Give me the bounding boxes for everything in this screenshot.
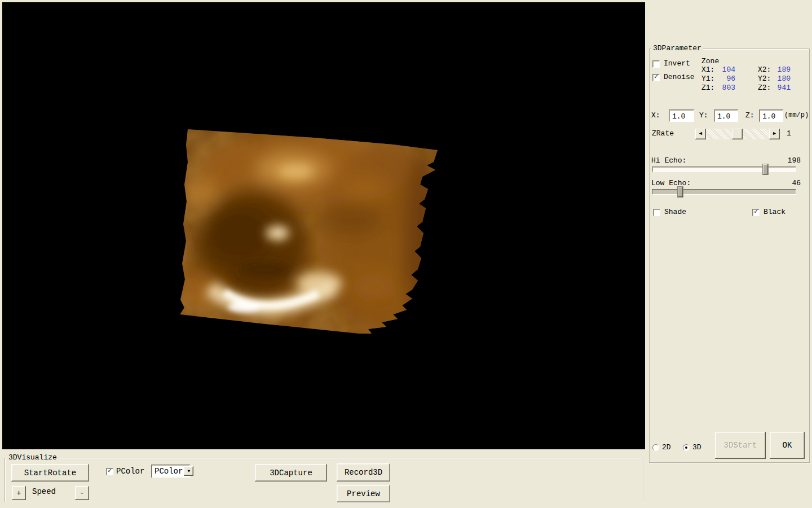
y-scale-label: Y:: [699, 112, 708, 120]
zrate-label: ZRate: [652, 130, 674, 138]
zrate-track[interactable]: [706, 129, 769, 139]
start3d-button[interactable]: 3DStart: [715, 432, 766, 459]
low-echo-label: Low Echo:: [651, 179, 691, 187]
radio-3d-label: 3D: [692, 444, 701, 452]
ultrasound-render: [2, 2, 645, 449]
zone-y1-value: 96: [715, 75, 735, 83]
black-label: Black: [764, 208, 785, 216]
arrow-right-icon: ►: [773, 131, 776, 137]
checkmark-icon: ✓: [654, 73, 658, 81]
zone-z1-label: Z1:: [701, 84, 714, 92]
denoise-label: Denoise: [664, 73, 695, 81]
zone-x1-label: X1:: [701, 66, 714, 74]
chevron-down-icon: ▼: [188, 468, 191, 474]
render-viewport[interactable]: [2, 2, 645, 449]
pcolor-combobox-value: PColor: [151, 467, 184, 476]
zone-x2-value: 189: [770, 66, 791, 74]
y-scale-input[interactable]: [714, 110, 738, 122]
low-echo-slider[interactable]: [652, 189, 796, 195]
radio-2d-label: 2D: [662, 444, 671, 452]
black-checkbox[interactable]: ✓: [752, 209, 760, 216]
hi-echo-label: Hi Echo:: [651, 157, 686, 165]
x-scale-label: X:: [651, 112, 660, 120]
zone-y1-label: Y1:: [701, 75, 714, 83]
invert-label: Invert: [664, 60, 690, 68]
pcolor-dropdown-button[interactable]: ▼: [184, 466, 193, 476]
zrate-left-arrow-button[interactable]: ◄: [695, 129, 706, 139]
low-echo-value: 46: [778, 179, 801, 187]
zrate-scrollbar: ◄ ►: [695, 129, 780, 139]
record-3d-button[interactable]: Record3D: [337, 463, 390, 481]
scale-unit-label: (mm/p): [784, 111, 809, 119]
hi-echo-slider-thumb[interactable]: [762, 164, 769, 175]
zone-z1-value: 803: [715, 84, 735, 92]
zone-x2-label: X2:: [758, 66, 771, 74]
ok-button[interactable]: OK: [770, 432, 805, 459]
zone-x1-value: 104: [715, 66, 735, 74]
zone-z2-label: Z2:: [758, 84, 771, 92]
pcolor-label: PColor: [116, 467, 144, 475]
shade-checkbox[interactable]: ✓: [653, 209, 660, 216]
capture-3d-button[interactable]: 3DCapture: [255, 464, 327, 481]
zone-title: Zone: [701, 58, 719, 65]
denoise-checkbox[interactable]: ✓: [652, 74, 660, 81]
arrow-left-icon: ◄: [699, 131, 702, 137]
hi-echo-slider[interactable]: [652, 167, 796, 172]
z-scale-input[interactable]: [759, 110, 783, 122]
speed-plus-button[interactable]: +: [12, 486, 26, 500]
checkmark-icon: ✓: [754, 208, 758, 216]
zrate-value: 1: [787, 130, 791, 138]
x-scale-input[interactable]: [669, 110, 694, 122]
radio-2d[interactable]: [652, 444, 659, 451]
visualize-groupbox-title: 3DVisualize: [7, 454, 59, 461]
checkmark-icon: ✓: [108, 467, 112, 475]
app-window: { "icons": { "check": "✓", "arrow_left":…: [0, 0, 812, 508]
preview-button[interactable]: Preview: [337, 485, 390, 502]
pcolor-combobox[interactable]: PColor ▼: [151, 465, 190, 478]
pcolor-checkbox[interactable]: ✓: [106, 468, 113, 475]
zrate-right-arrow-button[interactable]: ►: [769, 129, 780, 139]
zone-z2-value: 941: [770, 84, 791, 92]
low-echo-slider-thumb[interactable]: [677, 186, 683, 198]
radio-3d[interactable]: [683, 444, 690, 451]
zrate-thumb[interactable]: [732, 129, 743, 139]
z-scale-label: Z:: [745, 112, 754, 120]
shade-label: Shade: [664, 208, 686, 216]
zone-y2-value: 180: [770, 75, 791, 83]
speed-minus-button[interactable]: -: [75, 486, 89, 500]
param-groupbox-title: 3DParameter: [651, 45, 703, 52]
start-rotate-button[interactable]: StartRotate: [11, 464, 89, 481]
speed-label: Speed: [32, 488, 56, 496]
hi-echo-value: 198: [778, 157, 801, 165]
zone-y2-label: Y2:: [758, 75, 771, 83]
invert-checkbox[interactable]: ✓: [652, 60, 660, 68]
